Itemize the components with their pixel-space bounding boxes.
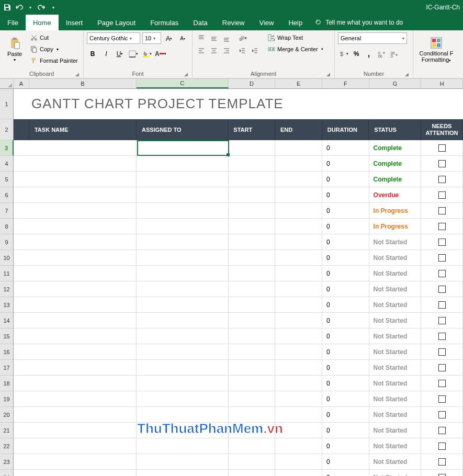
cell-status[interactable]: Not Started: [369, 407, 422, 422]
checkbox-icon[interactable]: [438, 270, 446, 277]
col-task-name[interactable]: TASK NAME: [29, 119, 137, 140]
cell-task-name[interactable]: [29, 423, 137, 438]
cell-assigned-to[interactable]: [137, 281, 228, 297]
row-header-20[interactable]: 20: [0, 407, 13, 423]
cell-task-name[interactable]: [29, 266, 137, 281]
col-assigned-to[interactable]: ASSIGNED TO: [137, 119, 228, 140]
cell-duration[interactable]: 0: [322, 423, 369, 438]
row-header-18[interactable]: 18: [0, 376, 13, 391]
col-status[interactable]: STATUS: [369, 119, 421, 140]
cell-end[interactable]: [275, 140, 322, 155]
cell-assigned-to[interactable]: [137, 454, 228, 469]
cell-task-name[interactable]: [29, 297, 137, 312]
tab-insert[interactable]: Insert: [59, 15, 91, 30]
dialog-launcher-icon[interactable]: ◢: [405, 72, 409, 77]
cell-start[interactable]: [229, 454, 276, 469]
cell-duration[interactable]: 0: [322, 328, 369, 344]
cell-status[interactable]: Complete: [369, 156, 422, 171]
cell-status[interactable]: In Progress: [369, 219, 422, 234]
cell-assigned-to[interactable]: [137, 219, 228, 234]
table-row[interactable]: 0Not Started: [14, 454, 463, 470]
font-name-combo[interactable]: Century Gothic▾: [87, 32, 140, 44]
increase-decimal-icon[interactable]: .0.00: [376, 48, 387, 60]
cell-duration[interactable]: 0: [322, 360, 369, 375]
save-icon[interactable]: [3, 3, 12, 12]
checkbox-icon[interactable]: [438, 348, 446, 356]
cell-duration[interactable]: 0: [322, 281, 369, 297]
table-row[interactable]: 0Not Started: [14, 470, 463, 476]
cell-status[interactable]: Not Started: [369, 328, 422, 344]
fill-color-button[interactable]: ▾: [141, 48, 153, 60]
cell-needs-attention[interactable]: [421, 281, 463, 297]
cell-needs-attention[interactable]: [421, 219, 463, 234]
cell-duration[interactable]: 0: [322, 313, 369, 328]
cell-assigned-to[interactable]: [137, 407, 228, 422]
dialog-launcher-icon[interactable]: ◢: [184, 72, 188, 77]
cell-status[interactable]: Not Started: [369, 376, 422, 391]
cell-duration[interactable]: 0: [322, 203, 369, 218]
table-row[interactable]: 0Not Started: [14, 360, 463, 376]
cell-assigned-to[interactable]: [137, 313, 228, 328]
percent-format-icon[interactable]: %: [351, 48, 362, 60]
row-header-7[interactable]: 7: [0, 203, 13, 219]
cell-assigned-to[interactable]: [137, 140, 228, 155]
cell-duration[interactable]: 0: [322, 140, 369, 155]
cell-assigned-to[interactable]: [137, 250, 228, 265]
cell-needs-attention[interactable]: [421, 328, 463, 344]
redo-icon[interactable]: [38, 3, 46, 12]
cell-duration[interactable]: 0: [322, 344, 369, 359]
cell-status[interactable]: Not Started: [369, 234, 422, 250]
table-row[interactable]: 0In Progress: [14, 219, 463, 234]
cell-status[interactable]: Complete: [369, 172, 422, 187]
cell-end[interactable]: [275, 281, 322, 297]
orientation-button[interactable]: ab▾: [236, 32, 248, 44]
col-end[interactable]: END: [275, 119, 322, 140]
cell-start[interactable]: [229, 250, 276, 265]
align-top-icon[interactable]: [196, 32, 207, 44]
cell-start[interactable]: [229, 423, 276, 438]
cell-end[interactable]: [275, 250, 322, 265]
cell-start[interactable]: [229, 470, 276, 476]
checkbox-icon[interactable]: [438, 176, 446, 183]
cell-end[interactable]: [275, 391, 322, 406]
cell-task-name[interactable]: [29, 391, 137, 406]
table-row[interactable]: 0Not Started: [14, 266, 463, 281]
align-center-icon[interactable]: [208, 45, 220, 56]
tab-page-layout[interactable]: Page Layout: [90, 15, 143, 30]
cell-needs-attention[interactable]: [421, 454, 463, 469]
cell-needs-attention[interactable]: [421, 250, 463, 265]
paste-button[interactable]: Paste ▾: [3, 32, 26, 67]
underline-button[interactable]: U▾: [114, 48, 126, 60]
cell-task-name[interactable]: [29, 156, 137, 171]
cell-task-name[interactable]: [29, 250, 137, 265]
cell-task-name[interactable]: [29, 172, 137, 187]
cell-end[interactable]: [275, 234, 322, 250]
merge-center-button[interactable]: Merge & Center▾: [266, 44, 325, 54]
checkbox-icon[interactable]: [438, 160, 446, 167]
table-row[interactable]: 0Not Started: [14, 281, 463, 297]
cell-status[interactable]: Not Started: [369, 250, 422, 265]
cell-status[interactable]: Not Started: [369, 297, 422, 312]
number-format-combo[interactable]: General▾: [338, 32, 407, 44]
table-row[interactable]: 0Not Started: [14, 328, 463, 344]
cell-duration[interactable]: 0: [322, 470, 369, 476]
cell-needs-attention[interactable]: [421, 203, 463, 218]
row-header-3[interactable]: 3: [0, 140, 14, 156]
col-needs-attention[interactable]: NEEDS ATTENTION: [421, 119, 463, 140]
cell-assigned-to[interactable]: [137, 172, 228, 187]
cell-status[interactable]: Not Started: [369, 470, 422, 476]
cut-button[interactable]: Cut: [28, 32, 80, 43]
cell-end[interactable]: [275, 470, 322, 476]
checkbox-icon[interactable]: [438, 286, 446, 293]
cell-end[interactable]: [275, 344, 322, 359]
tab-help[interactable]: Help: [281, 15, 310, 30]
cell-needs-attention[interactable]: [421, 187, 463, 202]
cell-status[interactable]: Not Started: [369, 313, 422, 328]
cell-task-name[interactable]: [29, 219, 137, 234]
cell-task-name[interactable]: [29, 360, 137, 375]
cell-duration[interactable]: 0: [322, 438, 369, 454]
cell-start[interactable]: [229, 266, 276, 281]
cell-start[interactable]: [229, 438, 276, 454]
row-header-6[interactable]: 6: [0, 187, 13, 203]
cell-status[interactable]: Not Started: [369, 266, 422, 281]
